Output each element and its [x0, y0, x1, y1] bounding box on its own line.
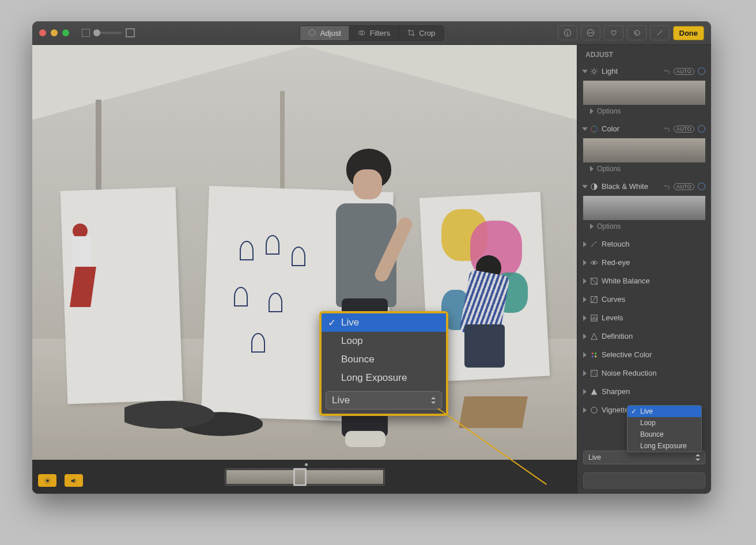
panel-definition-header[interactable]: Definition	[583, 329, 705, 343]
color-options[interactable]: Options	[583, 162, 705, 175]
bw-options[interactable]: Options	[583, 220, 705, 233]
disclosure-triangle-icon	[582, 185, 588, 188]
svg-point-20	[591, 126, 598, 132]
sidebar-header: ADJUST	[577, 45, 711, 62]
enable-circle[interactable]	[698, 183, 705, 190]
wb-icon	[590, 277, 598, 285]
light-options[interactable]: Options	[583, 105, 705, 118]
enhance-button[interactable]	[650, 25, 670, 40]
info-button[interactable]: i	[558, 25, 577, 40]
menu-item-loop[interactable]: Loop	[628, 417, 701, 429]
minimize-window-button[interactable]	[51, 29, 58, 36]
panel-selective-header[interactable]: Selective Color	[583, 347, 705, 362]
panel-bw-header[interactable]: Black & White AUTO	[583, 179, 705, 194]
color-thumbnails[interactable]	[583, 138, 705, 162]
svg-rect-30	[591, 370, 598, 376]
disclosure-triangle-icon	[583, 407, 587, 413]
tab-adjust[interactable]: Adjust	[300, 26, 349, 40]
disclosure-triangle-icon	[583, 334, 587, 339]
disclosure-triangle-icon	[583, 389, 587, 395]
live-photo-filmstrip[interactable]	[225, 468, 385, 486]
light-thumbnails[interactable]	[583, 81, 705, 105]
done-button[interactable]: Done	[673, 26, 705, 40]
zoom-slider[interactable]	[93, 32, 122, 34]
svg-point-8	[591, 32, 592, 33]
wand-icon	[656, 29, 664, 37]
undo-icon[interactable]	[664, 68, 670, 74]
panel-wb-header[interactable]: White Balance	[583, 274, 705, 288]
svg-point-31	[592, 371, 593, 372]
heart-icon	[610, 29, 618, 37]
panel-color-header[interactable]: Color AUTO	[583, 122, 705, 136]
svg-point-34	[595, 374, 596, 375]
more-button[interactable]	[581, 25, 600, 40]
svg-text:i: i	[567, 31, 568, 36]
callout-item-loop[interactable]: Loop	[322, 332, 446, 350]
noise-icon	[590, 369, 598, 377]
disclosure-triangle-icon	[583, 315, 587, 321]
disclosure-triangle-icon	[582, 70, 588, 73]
auto-button[interactable]: AUTO	[674, 68, 694, 75]
tab-filters[interactable]: Filters	[349, 26, 398, 40]
fullscreen-window-button[interactable]	[62, 29, 69, 36]
svg-point-11	[592, 70, 595, 73]
tab-crop-label: Crop	[419, 29, 435, 37]
disclosure-triangle-icon	[583, 352, 587, 358]
panel-bw: Black & White AUTO Options	[577, 177, 711, 235]
reset-adjustments-button[interactable]	[583, 472, 705, 489]
photos-edit-window: Adjust Filters Crop i Done	[32, 21, 711, 494]
chevron-up-down-icon	[431, 397, 436, 404]
undo-icon[interactable]	[664, 183, 670, 190]
panel-redeye-header[interactable]: Red-eye	[583, 255, 705, 270]
disclosure-triangle-icon	[590, 166, 594, 172]
enable-circle[interactable]	[698, 125, 705, 133]
close-window-button[interactable]	[39, 29, 46, 36]
menu-item-bounce[interactable]: Bounce	[628, 429, 701, 440]
vignette-icon	[590, 406, 598, 414]
live-effect-menu: Live Loop Bounce Long Exposure	[627, 405, 702, 452]
favorite-button[interactable]	[604, 25, 623, 40]
panel-levels-header[interactable]: Levels	[583, 311, 705, 325]
disclosure-triangle-icon	[583, 260, 587, 266]
retouch-icon	[590, 240, 598, 248]
speaker-icon	[70, 477, 78, 485]
adjust-sidebar: ADJUST Light AUTO Options Color	[577, 45, 711, 494]
bw-thumbnails[interactable]	[583, 196, 705, 220]
callout-item-live[interactable]: Live	[322, 313, 446, 332]
definition-icon	[590, 332, 598, 340]
window-controls	[39, 29, 69, 36]
svg-line-19	[596, 69, 596, 69]
svg-point-7	[590, 32, 591, 33]
live-photo-toggle[interactable]	[38, 474, 56, 487]
svg-point-26	[592, 352, 594, 354]
undo-icon[interactable]	[664, 126, 670, 132]
panel-noise-header[interactable]: Noise Reduction	[583, 366, 705, 380]
menu-item-live[interactable]: Live	[628, 406, 701, 417]
live-effect-dropdown[interactable]: Live	[583, 451, 705, 464]
menu-item-long-exposure[interactable]: Long Exposure	[628, 440, 701, 452]
callout-dropdown[interactable]: Live	[326, 391, 442, 410]
panel-light-header[interactable]: Light AUTO	[583, 64, 705, 78]
sharpen-icon	[590, 388, 598, 396]
levels-icon	[590, 314, 598, 322]
auto-button[interactable]: AUTO	[674, 183, 694, 190]
panel-retouch-header[interactable]: Retouch	[583, 237, 705, 251]
rotate-button[interactable]	[627, 25, 647, 40]
chevron-up-down-icon	[695, 454, 700, 461]
panel-curves-header[interactable]: Curves	[583, 292, 705, 306]
svg-point-27	[595, 352, 597, 354]
zoom-control[interactable]	[82, 28, 135, 37]
callout-item-long-exposure[interactable]: Long Exposure	[322, 369, 446, 387]
callout-item-bounce[interactable]: Bounce	[322, 350, 446, 369]
enable-circle[interactable]	[698, 67, 705, 75]
photo-preview[interactable]	[32, 45, 577, 460]
tab-adjust-label: Adjust	[320, 29, 341, 37]
svg-line-18	[592, 73, 592, 74]
auto-button[interactable]: AUTO	[674, 126, 694, 133]
tab-crop[interactable]: Crop	[398, 26, 443, 40]
panel-color-label: Color	[602, 124, 660, 133]
disclosure-triangle-icon	[583, 297, 587, 302]
callout-dropdown-value: Live	[332, 395, 350, 406]
sound-toggle[interactable]	[65, 474, 83, 487]
panel-sharpen-header[interactable]: Sharpen	[583, 384, 705, 399]
